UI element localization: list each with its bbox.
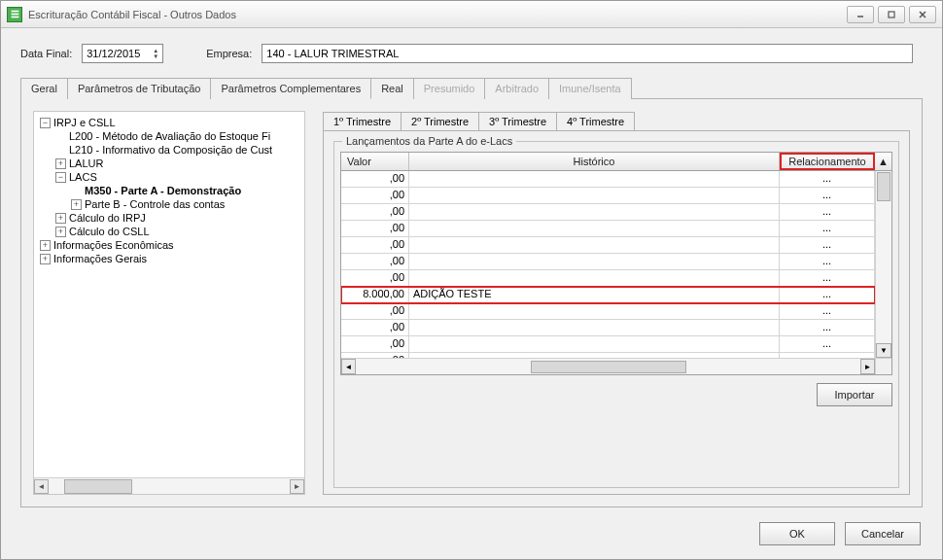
- scroll-thumb[interactable]: [64, 479, 132, 494]
- scroll-right-icon[interactable]: ►: [860, 359, 875, 374]
- plus-icon[interactable]: +: [40, 254, 51, 264]
- cell-historico[interactable]: [409, 254, 780, 269]
- cell-historico[interactable]: [409, 336, 780, 352]
- tree-node-m350[interactable]: M350 - Parte A - Demonstração: [36, 184, 302, 197]
- cell-valor[interactable]: ,00: [341, 188, 409, 203]
- cell-relacionamento[interactable]: ...: [780, 270, 875, 286]
- cell-historico[interactable]: [409, 237, 780, 253]
- table-row[interactable]: ,00...: [341, 171, 875, 188]
- tab-t3[interactable]: 3º Trimestre: [478, 112, 557, 131]
- tree-node-l200[interactable]: L200 - Método de Avaliação do Estoque Fi: [36, 129, 302, 143]
- data-final-input[interactable]: 31/12/2015 ▲▼: [82, 44, 163, 63]
- cell-valor[interactable]: ,00: [341, 237, 409, 253]
- table-row[interactable]: ,00...: [341, 336, 875, 353]
- tree-node-calc-irpj[interactable]: +Cálculo do IRPJ: [36, 211, 302, 225]
- cell-valor[interactable]: ,00: [341, 254, 409, 269]
- sort-up-icon[interactable]: ▲: [875, 153, 891, 170]
- col-historico[interactable]: Histórico: [409, 153, 780, 170]
- tree-node-lalur[interactable]: +LALUR: [36, 157, 302, 170]
- cancel-button[interactable]: Cancelar: [845, 522, 921, 545]
- cell-relacionamento[interactable]: ...: [780, 188, 875, 203]
- plus-icon[interactable]: +: [55, 227, 66, 237]
- cell-relacionamento[interactable]: ...: [780, 254, 875, 269]
- tab-geral[interactable]: Geral: [20, 78, 68, 99]
- tree-node-l210[interactable]: L210 - Informativo da Composição de Cust: [36, 143, 302, 157]
- cell-relacionamento[interactable]: ...: [780, 171, 875, 187]
- grid-v-scrollbar[interactable]: ▼: [875, 171, 891, 358]
- minus-icon[interactable]: −: [55, 172, 66, 183]
- tree-node-irpj-csll[interactable]: −IRPJ e CSLL: [36, 116, 302, 129]
- cell-historico[interactable]: ADIÇÃO TESTE: [409, 287, 780, 302]
- minus-icon[interactable]: −: [40, 118, 51, 128]
- tree-node-parte-b[interactable]: +Parte B - Controle das contas: [36, 197, 302, 211]
- tree-h-scrollbar[interactable]: ◄ ►: [34, 477, 304, 494]
- tab-t1[interactable]: 1º Trimestre: [323, 112, 402, 131]
- cell-valor[interactable]: ,00: [341, 270, 409, 286]
- scroll-left-icon[interactable]: ◄: [34, 479, 49, 494]
- tab-imune: Imune/Isenta: [548, 78, 632, 99]
- table-row[interactable]: ,00...: [341, 270, 875, 287]
- tab-real[interactable]: Real: [370, 78, 414, 99]
- spinner-down-icon[interactable]: ▼: [153, 53, 158, 59]
- table-row[interactable]: ,00...: [341, 254, 875, 270]
- scroll-thumb[interactable]: [877, 172, 891, 201]
- cell-relacionamento[interactable]: ...: [780, 237, 875, 253]
- scroll-thumb[interactable]: [531, 361, 686, 373]
- scroll-right-icon[interactable]: ►: [290, 479, 304, 494]
- table-row[interactable]: 8.000,00ADIÇÃO TESTE...: [341, 287, 875, 303]
- tree-node-info-gerais[interactable]: +Informações Gerais: [36, 252, 302, 265]
- tree-node-info-econ[interactable]: +Informações Econômicas: [36, 238, 302, 252]
- scroll-left-icon[interactable]: ◄: [341, 359, 356, 374]
- main-tabs: Geral Parâmetros de Tributação Parâmetro…: [20, 77, 923, 99]
- cell-historico[interactable]: [409, 303, 780, 319]
- cell-historico[interactable]: [409, 320, 780, 335]
- plus-icon[interactable]: +: [40, 240, 51, 251]
- cell-relacionamento[interactable]: ...: [780, 320, 875, 335]
- cell-valor[interactable]: ,00: [341, 303, 409, 319]
- cell-historico[interactable]: [409, 221, 780, 236]
- tab-presumido: Presumido: [413, 78, 486, 99]
- table-row[interactable]: ,00...: [341, 221, 875, 237]
- tab-t4[interactable]: 4º Trimestre: [556, 112, 635, 131]
- ok-button[interactable]: OK: [759, 522, 835, 545]
- maximize-button[interactable]: [878, 6, 905, 23]
- app-window: ☰ Escrituração Contábil Fiscal - Outros …: [0, 0, 943, 560]
- tab-t2[interactable]: 2º Trimestre: [401, 112, 479, 131]
- cell-relacionamento[interactable]: ...: [780, 287, 875, 302]
- minimize-button[interactable]: [847, 6, 874, 23]
- tab-param-trib[interactable]: Parâmetros de Tributação: [67, 78, 212, 99]
- cell-historico[interactable]: [409, 270, 780, 286]
- table-row[interactable]: ,00...: [341, 303, 875, 320]
- cell-valor[interactable]: ,00: [341, 336, 409, 352]
- import-button[interactable]: Importar: [817, 383, 892, 406]
- scroll-down-icon[interactable]: ▼: [876, 343, 891, 358]
- table-row[interactable]: ,00...: [341, 237, 875, 254]
- cell-historico[interactable]: [409, 171, 780, 187]
- col-valor[interactable]: Valor: [341, 153, 409, 170]
- cell-historico[interactable]: [409, 188, 780, 203]
- cell-historico[interactable]: [409, 204, 780, 220]
- table-row[interactable]: ,00...: [341, 320, 875, 336]
- tab-param-comp[interactable]: Parâmetros Complementares: [210, 78, 371, 99]
- cell-valor[interactable]: ,00: [341, 171, 409, 187]
- tree-node-calc-csll[interactable]: +Cálculo do CSLL: [36, 225, 302, 238]
- col-relacionamento[interactable]: Relacionamento: [780, 153, 875, 170]
- cell-relacionamento[interactable]: ...: [780, 336, 875, 352]
- cell-valor[interactable]: ,00: [341, 204, 409, 220]
- grid-h-scrollbar[interactable]: ◄ ►: [341, 358, 875, 374]
- empresa-input[interactable]: 140 - LALUR TRIMESTRAL: [262, 44, 913, 63]
- table-row[interactable]: ,00...: [341, 204, 875, 221]
- plus-icon[interactable]: +: [71, 199, 82, 210]
- table-row[interactable]: ,00...: [341, 188, 875, 204]
- tree-node-lacs[interactable]: −LACS: [36, 170, 302, 184]
- cell-valor[interactable]: ,00: [341, 320, 409, 335]
- plus-icon[interactable]: +: [55, 213, 66, 224]
- cell-valor[interactable]: 8.000,00: [341, 287, 409, 302]
- cell-relacionamento[interactable]: ...: [780, 221, 875, 236]
- cell-relacionamento[interactable]: ...: [780, 204, 875, 220]
- cell-valor[interactable]: ,00: [341, 221, 409, 236]
- close-button[interactable]: [909, 6, 936, 23]
- tree-panel: −IRPJ e CSLL L200 - Método de Avaliação …: [33, 111, 305, 495]
- cell-relacionamento[interactable]: ...: [780, 303, 875, 319]
- plus-icon[interactable]: +: [55, 158, 66, 169]
